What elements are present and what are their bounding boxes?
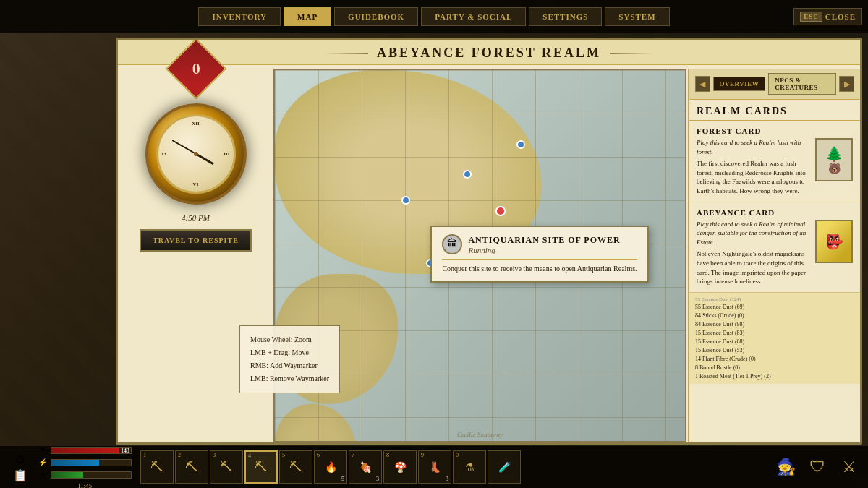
hotbar-slot-8[interactable]: 8 🍄: [383, 450, 417, 484]
left-hud-icons: ⚙ 📋: [6, 453, 35, 482]
watch-center: [194, 152, 198, 156]
panel-nav-next[interactable]: ▶: [839, 76, 854, 92]
hotbar-slot-7[interactable]: 7 🍖 3: [349, 450, 382, 484]
forest-card-title: FOREST CARD: [697, 127, 853, 135]
game-time-display: 11:45: [38, 482, 132, 489]
controls-hint: Mouse Wheel: Zoom LMB + Drag: Move RMB: …: [239, 325, 340, 393]
realm-cards-title: REALM CARDS: [689, 100, 860, 121]
hotbar-slot-0[interactable]: 0 ⚗: [453, 450, 486, 484]
inventory-item-2: 84 Sticks (Crude) (0): [695, 312, 854, 320]
stamina-bar-fill: [51, 460, 99, 466]
magic-bar-fill: [51, 472, 83, 478]
health-bar: 143: [51, 447, 132, 454]
site-tooltip: 🏛 ANTIQUARIAN SITE OF POWER Running Conq…: [430, 226, 648, 283]
inventory-item-6: 15 Essence Dust (53): [695, 346, 854, 355]
hotbar-slot-1[interactable]: 1 ⛏: [140, 450, 174, 484]
map-credit: Cecilia Southway: [457, 431, 503, 438]
hud-icon-quest[interactable]: ⚙: [15, 453, 25, 466]
right-hud-icons: 🧙 🛡 ⚔: [773, 454, 862, 480]
right-panel: ◀ Overview NPCs & Creatures ▶ REALM CARD…: [688, 69, 860, 442]
deco-right: [610, 53, 653, 54]
forest-card-content: Play this card to seek a Realm lush with…: [697, 138, 853, 196]
control-add-waymarker: RMB: Add Waymarker: [250, 359, 329, 372]
tab-npcs-creatures[interactable]: NPCs & Creatures: [768, 73, 836, 95]
map-marker-selected[interactable]: [495, 206, 506, 216]
hotbar-slot-4[interactable]: 4 ⛏: [244, 450, 278, 484]
watch-numeral-9: IX: [162, 151, 168, 157]
right-panel-nav: ◀ Overview NPCs & Creatures ▶: [689, 69, 860, 100]
abeyance-card-subtitle: Play this card to seek a Realm of minima…: [697, 220, 809, 247]
abeyance-card-section: ABEYANCE CARD Play this card to seek a R…: [689, 202, 860, 293]
watch-hand-minute: [171, 140, 196, 155]
bottom-hud: ⚙ 📋 ❤ 143 ⚡ ✦ 11:45 1 ⛏: [0, 446, 868, 488]
close-button[interactable]: ESC CLOSE: [793, 8, 862, 25]
abeyance-card-title: ABEYANCE CARD: [697, 208, 853, 217]
panel-title: Abeyance Forest Realm: [377, 46, 601, 61]
inventory-item-8: 8 Bound Bristle (0): [695, 364, 854, 372]
map-marker-2[interactable]: [401, 196, 410, 205]
hud-icon-character[interactable]: 🧙: [773, 454, 799, 480]
tab-settings[interactable]: Settings: [529, 7, 602, 26]
esc-badge: ESC: [800, 12, 822, 22]
hotbar-slot-extra[interactable]: 🧪: [488, 450, 521, 484]
watch-outer: XII III VI IX: [145, 103, 247, 205]
forest-card-text-area: Play this card to seek a Realm lush with…: [697, 138, 809, 196]
inventory-item-4: 15 Essence Dust (83): [695, 329, 854, 338]
inventory-item-3: 84 Essence Dust (98): [695, 320, 854, 329]
watch-face: XII III VI IX: [156, 114, 236, 194]
abeyance-card-content: Play this card to seek a Realm of minima…: [697, 220, 853, 286]
tab-map[interactable]: Map: [284, 7, 331, 26]
magic-bar: [51, 471, 132, 479]
health-icon: ❤: [38, 445, 48, 455]
stamina-bar-row: ⚡: [38, 458, 132, 468]
watch-hand-hour: [195, 153, 214, 166]
stamina-bar: [51, 459, 132, 466]
hud-icon-sword[interactable]: ⚔: [836, 454, 862, 480]
tab-system[interactable]: System: [605, 7, 669, 26]
tooltip-title: ANTIQUARIAN SITE OF POWER: [468, 235, 620, 246]
panel-nav-prev[interactable]: ◀: [695, 76, 710, 92]
map-marker-1[interactable]: [463, 170, 472, 179]
magic-icon: ✦: [38, 470, 48, 480]
top-navigation: Inventory Map Guidebook Party & Social S…: [0, 0, 868, 33]
control-zoom: Mouse Wheel: Zoom: [250, 333, 329, 346]
stamina-icon: ⚡: [38, 458, 48, 468]
health-bar-fill: [51, 448, 119, 453]
watch-numeral-6: VI: [193, 181, 199, 187]
inventory-item-1: 55 Essence Dust (69): [695, 303, 854, 312]
health-value: 143: [121, 447, 129, 453]
forest-card-section: FOREST CARD Play this card to seek a Rea…: [689, 121, 860, 202]
pocket-watch: XII III VI IX: [145, 103, 247, 205]
watch-numeral-12: XII: [192, 121, 200, 127]
inventory-item-0: 55 Essence Dust (124): [695, 296, 854, 304]
inventory-item-5: 15 Essence Dust (68): [695, 338, 854, 346]
inventory-item-7: 14 Plant Fibre (Crude) (0): [695, 355, 854, 364]
tab-guidebook[interactable]: Guidebook: [334, 7, 418, 26]
hotbar-slot-6[interactable]: 6 🔥 5: [314, 450, 347, 484]
tab-overview[interactable]: Overview: [713, 77, 766, 91]
forest-card-image: 🌲 🐻: [815, 138, 853, 181]
control-move: LMB + Drag: Move: [250, 346, 329, 359]
tab-party-social[interactable]: Party & Social: [421, 7, 526, 26]
hotbar-slot-9[interactable]: 9 👢 3: [418, 450, 451, 484]
map-marker-4[interactable]: [516, 140, 525, 149]
tooltip-title-area: ANTIQUARIAN SITE OF POWER Running: [468, 235, 620, 254]
tooltip-site-icon: 🏛: [442, 234, 462, 254]
hotbar-slot-3[interactable]: 3 ⛏: [210, 450, 243, 484]
stats-panel: ❤ 143 ⚡ ✦ 11:45: [38, 442, 132, 489]
right-panel-scroll[interactable]: FOREST CARD Play this card to seek a Rea…: [689, 121, 860, 437]
close-label: CLOSE: [825, 12, 856, 21]
tab-inventory[interactable]: Inventory: [198, 7, 281, 26]
hotbar-slot-2[interactable]: 2 ⛏: [175, 450, 208, 484]
hotbar: 1 ⛏ 2 ⛏ 3 ⛏ 4 ⛏ 5 ⛏ 6 🔥 5 7 🍖 3: [140, 450, 521, 484]
travel-to-respite-button[interactable]: TRAVEL TO RESPITE: [140, 229, 252, 252]
hud-icon-map[interactable]: 📋: [13, 468, 27, 482]
deco-left: [325, 53, 368, 54]
inventory-list: 55 Essence Dust (124) 55 Essence Dust (6…: [689, 293, 860, 385]
diamond-badge: 0: [165, 38, 226, 100]
inventory-item-9: 1 Roasted Meat (Tier 1 Prey) (2): [695, 372, 854, 381]
hotbar-slot-5[interactable]: 5 ⛏: [279, 450, 312, 484]
magic-bar-row: ✦: [38, 470, 132, 480]
tooltip-status: Running: [468, 246, 620, 254]
hud-icon-shield[interactable]: 🛡: [804, 454, 830, 480]
